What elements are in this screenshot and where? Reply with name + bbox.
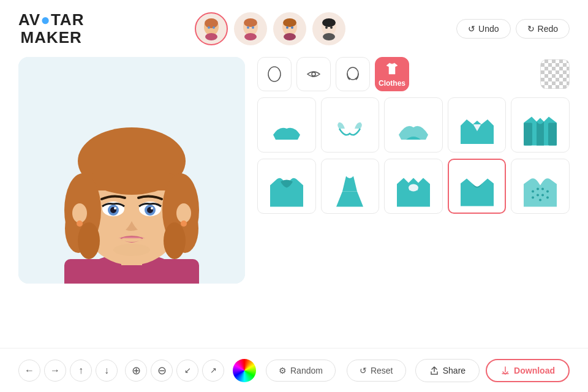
clothing-grid xyxy=(257,97,570,153)
clothing-item-8[interactable] xyxy=(384,159,443,214)
svg-point-14 xyxy=(291,26,293,29)
random-label: Random xyxy=(290,366,323,375)
svg-point-47 xyxy=(312,72,315,76)
main-content: Clothes xyxy=(0,52,588,352)
download-button[interactable]: Download xyxy=(486,359,570,382)
arrow-right-button[interactable]: → xyxy=(44,360,66,382)
right-panel: Clothes xyxy=(257,52,570,352)
category-tabs: Clothes xyxy=(257,57,570,91)
svg-rect-50 xyxy=(548,123,557,146)
tab-face[interactable] xyxy=(257,57,292,91)
svg-point-1 xyxy=(205,18,218,28)
svg-point-4 xyxy=(213,26,215,29)
svg-point-33 xyxy=(72,203,87,223)
avatar-preview-2[interactable] xyxy=(234,12,267,45)
svg-point-55 xyxy=(541,188,544,190)
svg-point-48 xyxy=(347,67,358,80)
svg-point-58 xyxy=(537,194,539,197)
arrow-down-button[interactable]: ↓ xyxy=(96,360,118,382)
clothing-item-2[interactable] xyxy=(321,97,380,153)
svg-point-6 xyxy=(244,18,257,27)
redo-label: Redo xyxy=(538,24,558,34)
undo-button[interactable]: ↺ Undo xyxy=(456,19,510,39)
svg-point-54 xyxy=(537,188,539,190)
svg-point-12 xyxy=(284,33,296,40)
clothes-tab-inner: Clothes xyxy=(379,61,405,88)
clothing-item-10[interactable] xyxy=(511,159,570,214)
redo-icon: ↻ xyxy=(527,24,535,34)
clothing-item-4[interactable] xyxy=(448,97,507,153)
download-icon xyxy=(500,366,510,375)
svg-point-45 xyxy=(113,244,150,256)
svg-point-2 xyxy=(205,33,217,40)
reset-label: Reset xyxy=(371,366,393,375)
expand-button[interactable]: ↗ xyxy=(202,360,224,382)
svg-point-60 xyxy=(546,197,549,199)
undo-icon: ↺ xyxy=(468,24,475,34)
svg-point-8 xyxy=(247,26,249,29)
svg-point-61 xyxy=(539,199,541,202)
arrow-left-button[interactable]: ← xyxy=(18,360,40,382)
tab-eyes[interactable] xyxy=(296,57,331,91)
svg-point-36 xyxy=(181,221,187,227)
svg-point-59 xyxy=(541,194,544,197)
tab-hair[interactable] xyxy=(336,57,370,91)
share-label: Share xyxy=(443,366,466,375)
svg-point-46 xyxy=(268,67,281,81)
nav-arrows: ← → ↑ ↓ xyxy=(18,360,118,382)
bottom-toolbar: ← → ↑ ↓ ⊕ ⊖ ↙ ↗ ⚙ Random ↺ Reset Share xyxy=(0,348,588,392)
zoom-buttons: ⊕ ⊖ xyxy=(125,360,173,382)
svg-point-35 xyxy=(77,221,83,227)
svg-point-32 xyxy=(164,222,186,259)
svg-point-56 xyxy=(546,190,549,193)
avatar-preview-4[interactable] xyxy=(312,12,345,45)
svg-point-17 xyxy=(323,33,335,40)
avatar-previews xyxy=(195,12,345,45)
collapse-button[interactable]: ↙ xyxy=(176,360,198,382)
arrow-up-button[interactable]: ↑ xyxy=(70,360,92,382)
avatar-preview-3[interactable] xyxy=(273,12,306,45)
zoom-in-button[interactable]: ⊕ xyxy=(125,360,147,382)
reset-button[interactable]: ↺ Reset xyxy=(347,360,406,382)
svg-rect-26 xyxy=(86,173,178,190)
clothing-grid-row2 xyxy=(257,159,570,214)
clothing-item-1[interactable] xyxy=(257,97,316,153)
expand-buttons: ↙ ↗ xyxy=(176,360,224,382)
avatar-canvas xyxy=(18,57,245,284)
share-button[interactable]: Share xyxy=(415,359,480,382)
redo-button[interactable]: ↻ Redo xyxy=(516,19,570,39)
svg-point-16 xyxy=(322,18,336,27)
random-button[interactable]: ⚙ Random xyxy=(266,360,336,382)
svg-point-11 xyxy=(283,18,296,27)
tab-clothes[interactable]: Clothes xyxy=(375,57,409,91)
color-wheel[interactable] xyxy=(233,359,256,382)
logo: AV●TARMAKER xyxy=(18,11,84,46)
share-icon xyxy=(429,366,439,375)
svg-rect-52 xyxy=(409,188,418,190)
zoom-out-button[interactable]: ⊖ xyxy=(151,360,173,382)
pattern-button[interactable] xyxy=(540,59,570,89)
clothing-item-5[interactable] xyxy=(511,97,570,153)
reset-icon: ↺ xyxy=(360,366,367,375)
clothes-tab-label: Clothes xyxy=(379,79,405,88)
svg-point-34 xyxy=(176,203,191,223)
svg-point-44 xyxy=(151,207,153,209)
clothing-item-6[interactable] xyxy=(257,159,316,214)
undo-label: Undo xyxy=(478,24,499,34)
svg-rect-49 xyxy=(524,123,532,146)
bottom-right-buttons: Share Download xyxy=(415,359,570,382)
svg-point-31 xyxy=(78,222,100,259)
logo-text: AV●TARMAKER xyxy=(18,11,84,46)
svg-point-53 xyxy=(532,190,534,193)
svg-point-19 xyxy=(330,26,333,29)
svg-point-43 xyxy=(114,207,116,209)
clothing-item-3[interactable] xyxy=(384,97,443,153)
header: AV●TARMAKER xyxy=(0,0,588,52)
svg-point-18 xyxy=(325,26,328,29)
svg-point-7 xyxy=(244,33,257,40)
clothing-item-7[interactable] xyxy=(321,159,380,214)
clothing-item-9[interactable] xyxy=(448,159,507,214)
avatar-preview-1[interactable] xyxy=(195,12,228,45)
download-label: Download xyxy=(514,366,555,375)
svg-point-3 xyxy=(208,26,210,29)
